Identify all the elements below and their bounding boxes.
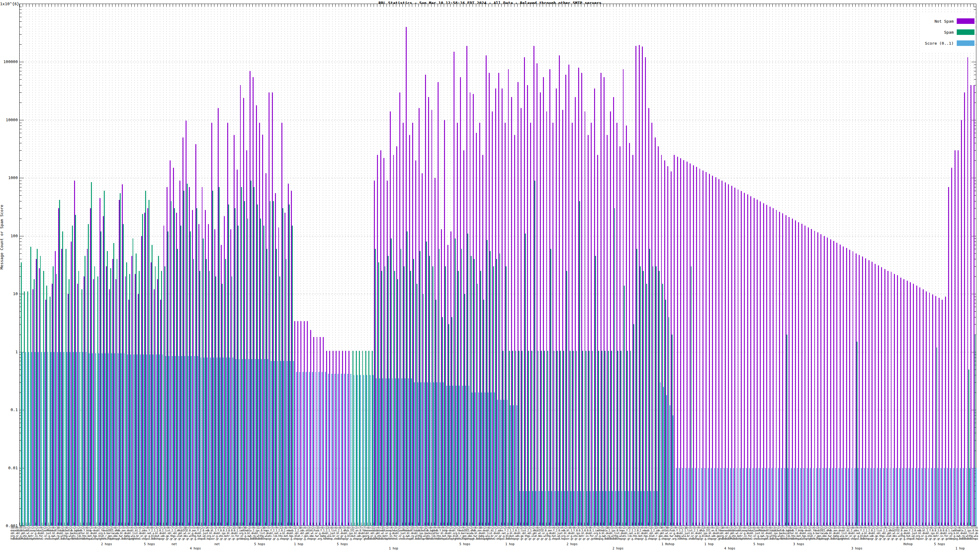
x-axis-tick — [434, 4, 434, 7]
x-axis-tick — [772, 4, 773, 7]
bar-not-spam — [945, 297, 946, 526]
x-axis-tick — [80, 4, 81, 7]
x-axis-tick — [125, 4, 125, 7]
y-axis-tick — [20, 92, 22, 93]
bar-not-spam — [782, 213, 783, 526]
x-axis-tick — [399, 4, 400, 7]
bar-score-0-1 — [500, 400, 501, 526]
bar-score-0-1 — [251, 359, 252, 526]
x-axis-tick — [147, 4, 148, 7]
y-axis-tick — [20, 13, 22, 13]
bar-score-0-1 — [118, 353, 119, 526]
bar-score-0-1 — [784, 468, 785, 526]
bar-score-0-1 — [347, 374, 348, 526]
bar-score-0-1 — [890, 468, 891, 526]
bar-score-0-1 — [283, 361, 284, 526]
x-axis-tick — [900, 4, 900, 7]
bar-score-0-1 — [880, 468, 881, 526]
bar-score-0-1 — [137, 354, 137, 526]
bar-score-0-1 — [373, 375, 374, 526]
bar-score-0-1 — [204, 357, 205, 526]
x-axis-tick — [667, 4, 668, 7]
x-axis-tick — [926, 4, 926, 7]
x-axis-tick — [96, 522, 97, 525]
x-axis-tick — [744, 4, 744, 7]
vertical-gridline — [355, 4, 355, 525]
bar-score-0-1 — [555, 491, 555, 526]
bar-score-0-1 — [647, 491, 648, 526]
x-tick-label-fragment: 1 Hohop — [662, 542, 675, 546]
y-axis-tick — [974, 65, 976, 65]
bar-score-0-1 — [717, 468, 718, 526]
x-axis-tick — [380, 4, 380, 7]
x-axis-tick — [706, 4, 706, 7]
x-axis-tick — [661, 4, 661, 7]
x-axis-tick — [907, 4, 907, 7]
x-axis-tick — [351, 4, 352, 7]
x-axis-tick — [597, 4, 597, 7]
y-axis-tick — [20, 294, 24, 294]
y-axis-tick — [20, 27, 22, 27]
x-axis-tick — [603, 4, 604, 7]
x-axis-tick — [782, 4, 783, 7]
bar-score-0-1 — [628, 491, 629, 526]
legend-swatch — [957, 18, 975, 24]
x-axis-tick — [224, 4, 224, 7]
bar-score-0-1 — [612, 491, 613, 526]
y-tick-label: 100 — [0, 233, 18, 238]
bar-score-0-1 — [969, 468, 970, 526]
bar-not-spam — [760, 202, 761, 526]
bar-score-0-1 — [749, 468, 750, 526]
y-tick-label: 100000 — [0, 59, 18, 64]
x-axis-tick — [641, 4, 642, 7]
bar-score-0-1 — [60, 352, 61, 526]
bar-score-0-1 — [130, 354, 131, 526]
x-axis-tick — [61, 4, 61, 7]
x-axis-tick — [189, 4, 189, 7]
x-axis-tick — [42, 522, 42, 525]
x-axis-tick — [737, 4, 738, 7]
bar-not-spam — [789, 217, 789, 526]
x-axis-tick — [801, 4, 802, 7]
x-axis-tick — [176, 4, 176, 7]
bar-score-0-1 — [682, 468, 683, 526]
x-axis-tick — [281, 4, 282, 7]
x-tick-label-fragment: 4 hops — [724, 547, 735, 550]
bar-score-0-1 — [127, 354, 128, 526]
bar-not-spam — [339, 351, 340, 526]
bar-score-0-1 — [596, 491, 597, 526]
x-axis-tick — [431, 4, 431, 7]
x-tick-label-fragment: 3 hops — [793, 542, 804, 546]
bar-score-0-1 — [312, 372, 313, 526]
x-axis-tick — [115, 4, 116, 7]
y-axis-tick — [974, 79, 976, 79]
bar-score-0-1 — [516, 405, 517, 526]
bar-not-spam — [766, 205, 767, 526]
x-axis-tick — [58, 4, 58, 7]
x-axis-tick — [444, 4, 444, 7]
x-axis-tick — [377, 4, 377, 7]
bar-not-spam — [830, 240, 831, 526]
bar-score-0-1 — [194, 356, 195, 526]
bar-score-0-1 — [921, 468, 923, 526]
vertical-gridline — [29, 4, 29, 525]
x-axis-tick — [638, 4, 639, 7]
x-axis-tick — [555, 4, 556, 7]
bar-score-0-1 — [765, 468, 766, 526]
bar-score-0-1 — [494, 392, 495, 526]
bar-score-0-1 — [478, 392, 479, 526]
bar-score-0-1 — [794, 468, 795, 526]
bar-score-0-1 — [947, 468, 948, 526]
x-axis-tick — [463, 4, 463, 7]
x-axis-tick — [157, 4, 157, 7]
x-axis-tick — [948, 4, 948, 7]
bar-score-0-1 — [772, 468, 772, 526]
x-tick-label-fragment: 5 hops — [254, 542, 265, 546]
y-axis-tick — [20, 259, 22, 259]
y-axis-tick — [20, 160, 22, 161]
bar-score-0-1 — [631, 491, 632, 526]
bar-score-0-1 — [57, 352, 58, 526]
x-axis-tick — [910, 4, 910, 7]
x-axis-tick — [342, 4, 342, 7]
bar-score-0-1 — [835, 468, 836, 526]
